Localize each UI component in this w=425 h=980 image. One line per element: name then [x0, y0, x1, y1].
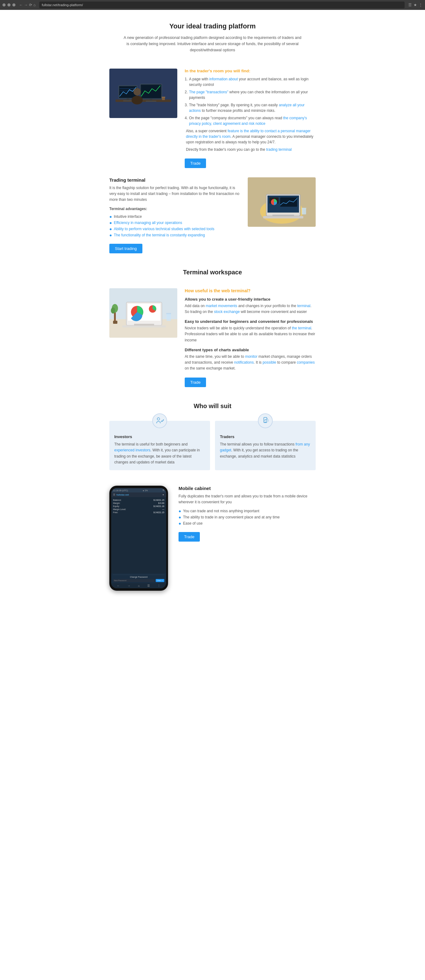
feature-2-title: Easy to understand for beginners and con… [185, 319, 316, 324]
phone-chat-button[interactable]: Chat ☺ [156, 579, 164, 582]
investors-icon [155, 417, 164, 425]
svg-rect-41 [113, 321, 117, 324]
feature-1-title: Allows you to create a user-friendly int… [185, 297, 316, 302]
advantage-3: ● Ability to perform various technical s… [109, 227, 240, 231]
svg-point-14 [132, 96, 143, 104]
feature-3-title: Different types of charts available [185, 348, 316, 352]
trade-button-3[interactable]: Trade [178, 532, 200, 542]
back-icon[interactable]: ← [19, 3, 23, 7]
hero-section: Your ideal trading platform A new genera… [109, 16, 316, 62]
phone-equity-row: Equity: $ 24221.16 [113, 505, 164, 507]
phone-icons: ☰ [162, 489, 164, 492]
advantage-4: ● The functionality of the terminal is c… [109, 233, 240, 238]
mobile-features-list: ● You can trade and not miss anything im… [178, 509, 316, 526]
trade-button-2[interactable]: Trade [185, 377, 206, 387]
svg-rect-11 [146, 101, 156, 102]
svg-rect-28 [301, 208, 306, 209]
mobile-feature-2: ● The ability to trade in any convenient… [178, 515, 316, 520]
refresh-icon[interactable]: ⟳ [29, 3, 32, 7]
trader-room-heading: In the trader's room you will find: [185, 68, 316, 73]
phone-hamburger[interactable]: ☰ [113, 493, 115, 496]
advantage-1: ● Intuitive interface [109, 215, 240, 219]
svg-rect-16 [162, 97, 165, 98]
svg-rect-27 [302, 208, 306, 215]
svg-point-40 [111, 307, 115, 313]
svg-rect-25 [263, 216, 303, 218]
advantage-dot-1: ● [109, 214, 112, 219]
investors-title: Investors [114, 434, 205, 439]
address-bar[interactable]: fullstar.net/trading-platform/ [39, 2, 404, 8]
extensions-icon[interactable]: ☰ [408, 3, 412, 7]
phone-footer-tabs[interactable]: ☰ [147, 584, 150, 587]
phone-equity-value: $ 24221.16 [153, 505, 164, 507]
phone-time: 11:16:39 (UTC) [113, 489, 128, 492]
mobile-description: Fully duplicates the trader's room and a… [178, 493, 316, 505]
phone-balance-btn: ▼ [162, 494, 164, 496]
svg-rect-24 [280, 197, 297, 207]
home-icon[interactable]: ⌂ [33, 3, 35, 7]
browser-chrome: ← → ⟳ ⌂ fullstar.net/trading-platform/ ☰… [0, 0, 425, 10]
phone-mockup: 11:16:39 (UTC) ● 1% ☰ ☰ fullstar.net ▼ B… [109, 486, 168, 591]
trade-button-1[interactable]: Trade [185, 159, 206, 168]
phone-footer-menu[interactable]: ⋮ [158, 584, 160, 587]
trader-room-list: 1. A page with information about your ac… [185, 76, 316, 152]
phone-margin-level-row: Margin Level: — [113, 508, 164, 511]
trading-terminal-section: Trading terminal It is the flagship solu… [109, 177, 316, 253]
trader-room-item-6: Directly from the trader's room you can … [185, 147, 316, 152]
terminal-advantages-heading: Terminal advantages: [109, 206, 240, 212]
phone-topbar: 11:16:39 (UTC) ● 1% ☰ [111, 488, 166, 492]
start-trading-button[interactable]: Start trading [109, 244, 142, 253]
trader-desk-svg [109, 68, 177, 118]
trader-room-content: In the trader's room you will find: 1. A… [185, 68, 316, 168]
phone-footer-back[interactable]: ← [117, 584, 120, 587]
suit-cards-wrapper: Investors The terminal is useful for bot… [109, 421, 316, 470]
browser-nav: ← → ⟳ ⌂ [19, 3, 35, 7]
svg-rect-4 [123, 100, 132, 101]
advantage-dot-2: ● [109, 220, 112, 225]
svg-rect-12 [141, 85, 161, 98]
workspace-svg [109, 288, 177, 338]
browser-btn-3 [12, 3, 16, 6]
bookmark-icon[interactable]: ★ [414, 3, 417, 7]
investors-icon-wrap [152, 414, 167, 428]
forward-icon[interactable]: → [24, 3, 28, 7]
phone-margin-level-label: Margin Level: [113, 508, 126, 511]
browser-actions: ☰ ★ ⋮ [408, 3, 423, 7]
page-content: Your ideal trading platform A new genera… [104, 10, 321, 606]
terminal-heading: Trading terminal [109, 177, 240, 183]
advantage-dot-4: ● [109, 233, 112, 238]
trader-room-image [109, 68, 177, 118]
phone-equity-label: Equity: [113, 505, 119, 507]
investors-desc: The terminal is useful for both beginner… [114, 441, 205, 465]
phone-change-pwd: Change Password [113, 575, 164, 578]
phone-balance-value: $ 24221.15 [153, 499, 164, 501]
phone-balance-label: Balance: [113, 499, 121, 501]
phone-password-input[interactable]: New Password [113, 579, 155, 582]
phone-footer[interactable]: ← → ⌂ ☰ ⋮ [111, 583, 166, 588]
terminal-content: Trading terminal It is the flagship solu… [109, 177, 240, 253]
mobile-feature-3: ● Ease of use [178, 521, 316, 526]
traders-card: Traders The terminal allows you to follo… [215, 421, 316, 470]
phone-footer-home[interactable]: ⌂ [138, 584, 140, 587]
terminal-image [248, 177, 316, 227]
trader-room-item-3: 3. The "trade history" page. By opening … [185, 102, 316, 113]
phone-balance-row: Balance: $ 24221.15 [113, 499, 164, 501]
feature-3-desc: At the same time, you will be able to mo… [185, 354, 316, 372]
svg-rect-10 [150, 99, 152, 101]
web-terminal-heading: How useful is the web terminal? [185, 288, 316, 293]
phone-bottom: Change Password New Password Chat ☺ [111, 573, 166, 583]
hero-title: Your ideal trading platform [109, 22, 316, 30]
menu-icon[interactable]: ⋮ [419, 3, 423, 7]
browser-btn-2 [7, 3, 11, 6]
who-will-suit-section: Who will suit Investors [109, 396, 316, 476]
phone-footer-forward[interactable]: → [127, 584, 131, 587]
trader-room-item-1: 1. A page with information about your ac… [185, 76, 316, 88]
feature-1: Allows you to create a user-friendly int… [185, 297, 316, 315]
svg-rect-36 [122, 325, 166, 328]
phone-password-placeholder: New Password [114, 580, 126, 581]
advantage-2: ● Efficiency in managing all your operat… [109, 221, 240, 225]
web-terminal-content: How useful is the web terminal? Allows y… [185, 288, 316, 387]
mobile-feature-dot-1: ● [178, 509, 181, 514]
phone-content: Balance: $ 24221.15 Margin: $ 0.00 Equit… [111, 497, 166, 573]
investors-card: Investors The terminal is useful for bot… [109, 421, 210, 470]
